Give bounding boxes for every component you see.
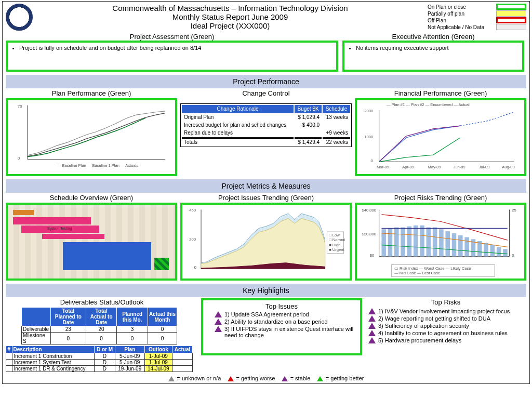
svg-text:Jul-09: Jul-09 xyxy=(479,165,490,169)
svg-text:1000: 1000 xyxy=(364,135,373,139)
top-risks-list: 1) IV&V Vendor involvement impacting pro… xyxy=(365,307,526,346)
swatch-red xyxy=(496,17,526,23)
svg-rect-48 xyxy=(464,237,469,256)
svg-rect-51 xyxy=(484,243,488,257)
svg-rect-41 xyxy=(420,226,424,257)
svg-rect-43 xyxy=(433,228,437,257)
exec-box: No items requiring executive support xyxy=(342,41,524,72)
cc-cell: $ 400.0 xyxy=(295,122,322,128)
svg-rect-52 xyxy=(490,245,495,257)
gantt-bar xyxy=(63,242,151,270)
svg-text:— Plan #1  --- Plan #2  — Encu: — Plan #1 --- Plan #2 — Encumbered — Act… xyxy=(387,102,470,107)
triangle-icon xyxy=(368,323,376,329)
exec-title: Executive Attention (Green) xyxy=(342,33,524,41)
svg-text:$20,000: $20,000 xyxy=(362,232,376,236)
issues-trending-chart: 4502000 □ Low□ Normal■ High■ Urgent xyxy=(180,203,352,281)
deliv-title: Deliverables Status/Outlook xyxy=(6,298,198,306)
triangle-red-icon xyxy=(228,376,234,381)
list-item: 1) IV&V Vendor involvement impacting pro… xyxy=(368,308,523,314)
triangle-icon xyxy=(368,337,376,343)
svg-text:Apr-09: Apr-09 xyxy=(402,165,414,169)
dt1-cell: 0 xyxy=(86,333,117,344)
performance-row: Plan Performance (Green) 700 — Baseline … xyxy=(6,89,526,176)
dt1-col: Actual this Month xyxy=(148,308,177,326)
legend-text: = getting worse xyxy=(236,375,275,381)
assessment-title: Project Assessment (Green) xyxy=(6,33,338,41)
svg-rect-44 xyxy=(439,229,444,256)
header-titles: Commonwealth of Massachusetts – Informat… xyxy=(37,4,423,30)
dt1-col: Total Actual to Date xyxy=(86,308,117,326)
deliverables-detail-table: # Description D or M Plan Outlook Actual… xyxy=(6,346,193,372)
header-line3: Ideal Project (XXX000) xyxy=(37,21,423,30)
svg-rect-45 xyxy=(445,231,450,256)
state-seal-icon xyxy=(6,4,33,31)
triangle-green-icon xyxy=(317,376,323,381)
svg-rect-39 xyxy=(407,227,412,257)
cc-cell xyxy=(323,122,350,128)
triangle-icon xyxy=(368,330,376,336)
swatch-green xyxy=(496,4,526,10)
triangle-icon xyxy=(368,315,376,322)
swatch-gray xyxy=(496,24,526,30)
cc-cell: $ 1,029.4 xyxy=(295,114,322,121)
triangle-icon xyxy=(215,311,222,317)
schedule-gantt-chart: System Testing xyxy=(6,203,177,281)
triangle-icon xyxy=(215,319,222,325)
exec-bullet: No items requiring executive support xyxy=(356,45,518,51)
svg-text:0: 0 xyxy=(18,156,20,161)
svg-text:■ Urgent: ■ Urgent xyxy=(329,247,344,252)
triangle-gray-icon xyxy=(168,376,175,381)
cc-cell: Replan due to delays xyxy=(182,129,294,136)
financial-performance-chart: — Plan #1 --- Plan #2 — Encumbered — Act… xyxy=(355,98,526,176)
svg-text:▭ Risk Index   — Worst Case   : ▭ Risk Index — Worst Case — Likely Case xyxy=(394,266,471,271)
svg-text:$40,000: $40,000 xyxy=(362,208,376,213)
risks-trending-chart: $40,000$20,000$0 250 ▭ Risk Index — Wors… xyxy=(355,203,526,281)
cc-col-rationale: Change Rationale xyxy=(182,105,294,113)
highlights-row: Deliverables Status/Outlook Total Planne… xyxy=(6,298,526,372)
svg-text:□ Low: □ Low xyxy=(329,233,340,237)
dt1-cell: 0 xyxy=(148,326,177,333)
legend-label: Partially off plan xyxy=(428,11,464,17)
triangle-purple-icon xyxy=(282,376,288,381)
assessment-box: Project is fully on schedule and on budg… xyxy=(6,41,338,72)
dt2-col: D or M xyxy=(95,346,115,353)
svg-text:450: 450 xyxy=(189,208,196,213)
svg-text:0: 0 xyxy=(371,158,373,163)
svg-text:□ Normal: □ Normal xyxy=(329,237,345,242)
svg-text:Jun-09: Jun-09 xyxy=(454,165,466,169)
fin-perf-title: Financial Performance (Green) xyxy=(355,89,526,97)
svg-text:70: 70 xyxy=(18,104,22,109)
cc-cell: 13 weeks xyxy=(323,114,350,121)
list-item: 2) Wage reporting not getting shifted to… xyxy=(368,315,523,322)
svg-text:■ High: ■ High xyxy=(329,243,340,247)
legend-text: = stable xyxy=(290,375,311,381)
legend-label: Off Plan xyxy=(428,18,446,23)
cc-cell: Original Plan xyxy=(182,114,294,121)
assessment-bullet: Project is fully on schedule and on budg… xyxy=(19,45,332,51)
sched-title: Schedule Overview (Green) xyxy=(6,194,177,202)
top-issues-title: Top Issues xyxy=(207,302,356,310)
cc-col-budget: Buget $K xyxy=(295,105,322,113)
list-item: 1) Update SSA Agreement period xyxy=(215,311,356,317)
cc-cell xyxy=(295,129,322,136)
cc-total: $ 1,429.4 xyxy=(295,137,322,145)
swatch-yellow xyxy=(496,10,526,17)
dt2-col: Outlook xyxy=(144,346,172,353)
section-bar-metrics: Project Metrics & Measures xyxy=(6,179,526,193)
section-bar-performance: Project Performance xyxy=(6,75,526,88)
trend-legend: = unknown or n/a = getting worse = stabl… xyxy=(6,375,526,381)
cc-total: 22 weeks xyxy=(323,137,350,145)
risks-title: Project Risks Trending (Green) xyxy=(355,194,526,202)
plan-performance-chart: 700 — Baseline Plan — Baseline 1 Plan — … xyxy=(6,98,177,176)
dt1-cell: 0 xyxy=(50,333,86,344)
section-bar-key: Key Highlights xyxy=(6,284,526,297)
list-item: 2) Ability to standardize on a base peri… xyxy=(215,319,356,325)
svg-text:Mar-09: Mar-09 xyxy=(377,165,389,169)
gantt-bar xyxy=(13,210,34,215)
svg-text:2000: 2000 xyxy=(364,109,373,113)
svg-rect-54 xyxy=(503,249,508,256)
assessment-row: Project Assessment (Green) Project is fu… xyxy=(6,33,526,72)
svg-rect-40 xyxy=(414,226,418,257)
report-page: Commonwealth of Massachusetts – Informat… xyxy=(2,1,530,384)
triangle-icon xyxy=(215,326,222,332)
